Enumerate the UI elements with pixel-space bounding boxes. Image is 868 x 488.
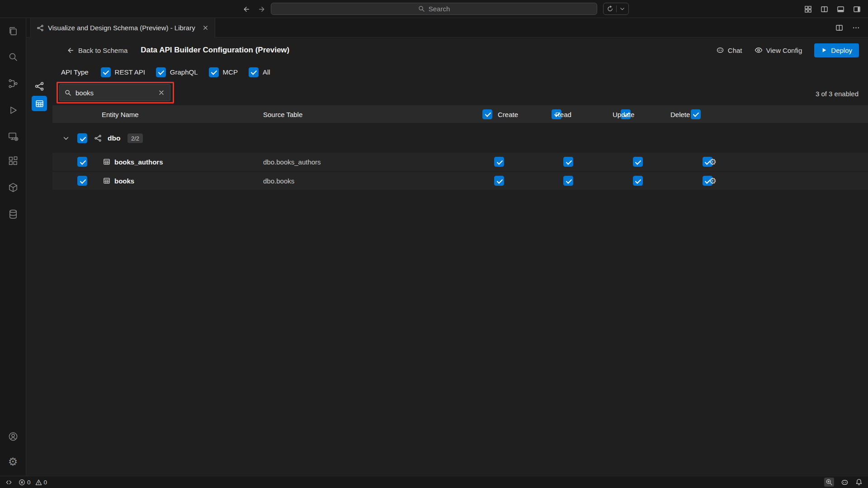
entity-search-box[interactable] — [59, 84, 170, 101]
chat-label: Chat — [728, 47, 742, 54]
create-checkbox[interactable] — [494, 157, 504, 167]
toggle-sidebar-icon[interactable] — [821, 5, 828, 13]
copilot-status-icon[interactable] — [841, 479, 849, 486]
editor-actions — [835, 18, 868, 37]
activity-bar: ⚙ — [0, 18, 26, 476]
toolbar-actions: Chat View Config Deploy — [716, 43, 859, 57]
entity-search-input[interactable] — [75, 89, 154, 97]
clear-search-icon[interactable] — [158, 89, 165, 96]
history-forward-icon[interactable] — [258, 5, 266, 13]
create-checkbox[interactable] — [494, 176, 504, 186]
remote-indicator-icon[interactable] — [5, 479, 12, 486]
view-config-label: View Config — [766, 47, 802, 54]
read-checkbox[interactable] — [563, 157, 573, 167]
deploy-button[interactable]: Deploy — [814, 43, 859, 57]
chat-button[interactable]: Chat — [716, 46, 742, 54]
more-actions-icon[interactable] — [852, 24, 860, 32]
rest-api-checkbox[interactable] — [101, 67, 111, 77]
connections-icon[interactable] — [8, 78, 19, 89]
row-settings-gear-icon[interactable]: ⚙ — [709, 158, 717, 166]
data-api-builder-panel: Back to Schema Data API Builder Configur… — [52, 38, 868, 476]
table-icon — [103, 158, 110, 165]
schema-group-name: dbo — [108, 134, 120, 142]
view-config-button[interactable]: View Config — [755, 46, 802, 54]
entity-table-header: Entity Name Source Table Create Read Upd… — [52, 105, 868, 123]
editor-tab-schema-designer[interactable]: Visualize and Design Schema (Preview) - … — [30, 18, 215, 38]
customize-layout-icon[interactable] — [804, 5, 812, 13]
back-to-schema-button[interactable]: Back to Schema — [66, 47, 127, 54]
error-count: 0 — [27, 479, 31, 486]
enabled-count-label: 3 of 3 enabled — [816, 89, 859, 97]
entity-row-books-authors[interactable]: books_authors dbo.books_authors ⚙ — [52, 153, 868, 172]
global-search-box[interactable]: Search — [271, 3, 597, 15]
notifications-bell-icon[interactable] — [855, 479, 863, 486]
tab-close-icon[interactable] — [202, 24, 209, 31]
database-projects-icon[interactable] — [8, 209, 19, 220]
explorer-icon[interactable] — [8, 26, 19, 37]
mcp-checkbox[interactable] — [209, 67, 219, 77]
data-api-builder-tool[interactable] — [32, 96, 47, 111]
statusbar-right — [824, 478, 863, 487]
create-all-checkbox[interactable] — [482, 109, 492, 119]
source-table-header: Source Table — [263, 110, 302, 118]
search-icon — [65, 89, 71, 96]
filter-all[interactable]: All — [249, 67, 270, 77]
back-to-schema-label: Back to Schema — [78, 47, 127, 54]
collapse-chevron-icon[interactable] — [62, 135, 70, 142]
schema-diagram-tool[interactable] — [32, 79, 47, 94]
remote-disconnected-icon[interactable] — [8, 131, 19, 142]
search-sidebar-icon[interactable] — [8, 52, 19, 62]
entity-row-books[interactable]: books dbo.books ⚙ — [52, 172, 868, 191]
filter-mcp[interactable]: MCP — [209, 67, 238, 77]
filter-graphql[interactable]: GraphQL — [156, 67, 198, 77]
run-debug-icon[interactable] — [8, 105, 19, 116]
deploy-label: Deploy — [831, 47, 852, 54]
extensions-icon[interactable] — [8, 155, 19, 166]
containers-icon[interactable] — [8, 182, 19, 193]
update-checkbox[interactable] — [633, 157, 643, 167]
row-settings-gear-icon[interactable]: ⚙ — [709, 177, 717, 185]
chevron-down-icon — [619, 6, 625, 12]
toggle-secondary-sidebar-icon[interactable] — [853, 5, 861, 13]
create-header-label: Create — [498, 110, 518, 118]
all-label: All — [263, 68, 270, 76]
page-title: Data API Builder Configuration (Preview) — [141, 46, 289, 55]
graphql-checkbox[interactable] — [156, 67, 166, 77]
mcp-label: MCP — [223, 68, 238, 76]
read-checkbox[interactable] — [563, 176, 573, 186]
global-search-placeholder: Search — [429, 5, 450, 13]
read-header-label: Read — [555, 110, 571, 118]
row-select-checkbox[interactable] — [77, 157, 87, 167]
eye-icon — [755, 46, 763, 54]
entity-name: books_authors — [114, 158, 163, 166]
warning-icon — [35, 479, 42, 486]
problems-indicator[interactable]: 0 0 — [19, 479, 47, 486]
account-icon[interactable] — [8, 431, 19, 442]
error-icon — [19, 479, 25, 486]
entity-name-header: Entity Name — [102, 110, 139, 118]
source-table: dbo.books — [263, 177, 294, 185]
schema-icon — [94, 135, 102, 142]
entity-name: books — [114, 177, 134, 185]
copilot-icon — [716, 46, 724, 54]
run-task-control[interactable] — [603, 3, 629, 15]
settings-gear-icon[interactable]: ⚙ — [8, 456, 18, 467]
delete-all-checkbox[interactable] — [691, 109, 701, 119]
history-back-icon[interactable] — [242, 5, 250, 13]
group-select-checkbox[interactable] — [77, 133, 87, 143]
all-checkbox[interactable] — [249, 67, 259, 77]
play-icon — [821, 47, 827, 53]
update-checkbox[interactable] — [633, 176, 643, 186]
search-icon — [418, 5, 425, 12]
layout-controls — [804, 0, 861, 18]
zoom-indicator-icon[interactable] — [824, 478, 834, 487]
row-select-checkbox[interactable] — [77, 176, 87, 186]
history-nav — [242, 0, 266, 18]
toggle-panel-icon[interactable] — [837, 5, 844, 13]
loop-icon — [607, 5, 613, 12]
tab-title: Visualize and Design Schema (Preview) - … — [48, 24, 195, 32]
group-count-badge: 2/2 — [127, 134, 143, 143]
filter-rest-api[interactable]: REST API — [101, 67, 145, 77]
split-editor-icon[interactable] — [835, 24, 843, 32]
page-toolbar: Back to Schema Data API Builder Configur… — [52, 38, 868, 63]
